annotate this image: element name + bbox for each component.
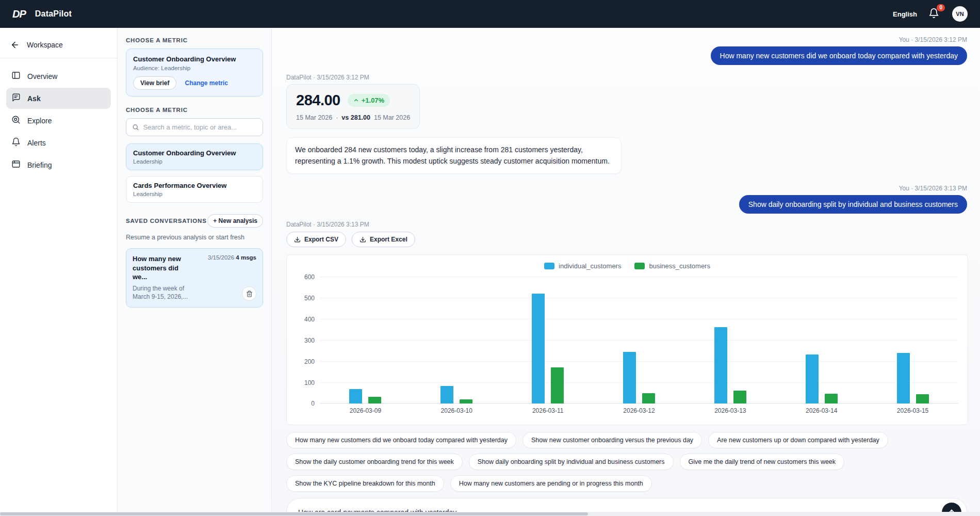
metric-item-subtitle: Leadership xyxy=(133,158,256,165)
gridline xyxy=(320,319,958,319)
conversation-preview: During the week of March 9-15, 2026,... xyxy=(133,284,194,302)
bot-message-meta-1: DataPilot · 3/15/2026 3:12 PM xyxy=(286,74,967,81)
view-brief-button[interactable]: View brief xyxy=(133,76,176,90)
sidebar-item-label: Overview xyxy=(27,72,57,80)
change-metric-link[interactable]: Change metric xyxy=(185,79,227,87)
metric-delta-badge: +1.07% xyxy=(348,94,390,107)
sidebar-item-explore[interactable]: Explore xyxy=(6,110,111,131)
metric-result-card: 284.00 +1.07% 15 Mar 2026 · vs 281.00 15… xyxy=(286,84,420,129)
suggestion-chip[interactable]: Show new customer onboarding versus the … xyxy=(522,432,702,448)
metric-item-subtitle: Leadership xyxy=(133,191,256,197)
legend-item-business_customers[interactable]: business_customers xyxy=(634,262,710,270)
metric-item-title: Customer Onboarding Overview xyxy=(133,149,256,157)
gridline xyxy=(320,382,958,383)
conversation-meta: 3/15/2026 4 msgs xyxy=(208,254,256,282)
sidebar-back-workspace[interactable]: Workspace xyxy=(6,35,111,58)
user-message-2: Show daily onboarding split by individua… xyxy=(739,195,967,214)
chart-legend: individual_customersbusiness_customers xyxy=(296,262,958,270)
suggestion-chip[interactable]: How many new customers are pending or in… xyxy=(450,475,652,492)
bot-message-1: We onboarded 284 new customers today, a … xyxy=(286,137,622,174)
metric-panel: CHOOSE A METRIC Customer Onboarding Over… xyxy=(118,28,272,516)
sidebar: Workspace OverviewAskExploreAlertsBriefi… xyxy=(0,28,118,516)
bar-individual_customers-2026-03-15 xyxy=(897,353,910,404)
user-message-meta-1: You · 3/15/2026 3:12 PM xyxy=(286,36,967,43)
sidebar-item-briefing[interactable]: Briefing xyxy=(6,154,111,175)
bar-business_customers-2026-03-13 xyxy=(733,391,746,404)
x-axis-label: 2026-03-11 xyxy=(532,407,564,414)
top-navbar: DP DataPilot English 0 VN xyxy=(0,0,980,28)
legend-label: individual_customers xyxy=(559,262,621,270)
suggestion-chip[interactable]: Are new customers up or down compared wi… xyxy=(708,432,888,448)
suggestion-chip[interactable]: How many new customers did we onboard to… xyxy=(286,432,516,448)
bar-business_customers-2026-03-09 xyxy=(368,397,381,404)
saved-conversations-hint: Resume a previous analysis or start fres… xyxy=(126,234,263,241)
bar-individual_customers-2026-03-11 xyxy=(532,294,545,404)
bar-business_customers-2026-03-12 xyxy=(642,393,655,404)
trash-icon xyxy=(246,291,253,297)
saved-conversation-card[interactable]: How many new customers did we... 3/15/20… xyxy=(126,248,263,308)
export-excel-button[interactable]: Export Excel xyxy=(352,232,415,247)
avatar[interactable]: VN xyxy=(952,6,968,22)
bar-individual_customers-2026-03-14 xyxy=(806,354,819,404)
sidebar-item-label: Ask xyxy=(27,94,41,103)
search-icon xyxy=(132,123,139,131)
conversation-title: How many new customers did we... xyxy=(133,254,194,282)
metric-search[interactable] xyxy=(126,118,263,136)
bot-message-meta-2: DataPilot · 3/15/2026 3:13 PM xyxy=(286,221,967,228)
back-arrow-icon xyxy=(10,40,20,50)
metric-list-item[interactable]: Customer Onboarding OverviewLeadership xyxy=(126,143,263,170)
sidebar-item-alerts[interactable]: Alerts xyxy=(6,132,111,153)
x-axis-label: 2026-03-10 xyxy=(441,407,472,414)
delete-conversation-button[interactable] xyxy=(242,286,256,301)
saved-conversations-header: SAVED CONVERSATIONS xyxy=(126,218,207,224)
scrollbar-thumb[interactable] xyxy=(0,512,588,515)
bar-chart-card: individual_customersbusiness_customers 0… xyxy=(286,254,968,425)
gridline xyxy=(320,403,958,404)
x-axis-label: 2026-03-15 xyxy=(897,407,928,414)
sidebar-item-label: Briefing xyxy=(27,161,52,169)
suggestion-chip[interactable]: Show the KYC pipeline breakdown for this… xyxy=(286,475,444,492)
metric-comparison: 15 Mar 2026 · vs 281.00 15 Mar 2026 xyxy=(296,114,410,121)
gridline xyxy=(320,277,958,277)
suggestion-chip[interactable]: Give me the daily trend of new customers… xyxy=(680,454,845,470)
bar-individual_customers-2026-03-10 xyxy=(440,386,453,404)
metric-value: 284.00 xyxy=(296,92,340,109)
y-axis-tick: 0 xyxy=(296,400,315,407)
user-message-1: How many new customers did we onboard to… xyxy=(711,46,967,65)
language-selector[interactable]: English xyxy=(893,10,917,18)
gridline xyxy=(320,340,958,341)
sidebar-divider xyxy=(0,58,117,58)
new-analysis-button[interactable]: + New analysis xyxy=(207,214,263,228)
x-axis-label: 2026-03-14 xyxy=(806,407,837,414)
chart-x-axis: 2026-03-092026-03-102026-03-112026-03-12… xyxy=(320,407,958,420)
legend-swatch xyxy=(544,263,554,269)
x-axis-label: 2026-03-09 xyxy=(350,407,381,414)
gridline xyxy=(320,361,958,362)
suggestion-chip[interactable]: Show daily onboarding split by individua… xyxy=(469,454,674,470)
suggestion-chips: How many new customers did we onboard to… xyxy=(286,432,967,492)
brand-logo[interactable]: DP DataPilot xyxy=(12,8,72,20)
notifications-button[interactable]: 0 xyxy=(928,8,941,20)
chevron-up-icon xyxy=(353,98,359,103)
y-axis-tick: 500 xyxy=(296,295,315,302)
gridline xyxy=(320,298,958,298)
suggestion-chip[interactable]: Show the daily customer onboarding trend… xyxy=(286,454,463,470)
legend-swatch xyxy=(634,263,645,269)
horizontal-scrollbar[interactable] xyxy=(0,512,980,516)
brand-name: DataPilot xyxy=(35,9,72,19)
x-axis-label: 2026-03-13 xyxy=(714,407,746,414)
export-csv-button[interactable]: Export CSV xyxy=(286,232,346,247)
selected-metric-card[interactable]: Customer Onboarding Overview Audience: L… xyxy=(126,49,263,96)
sidebar-item-overview[interactable]: Overview xyxy=(6,66,111,87)
bar-individual_customers-2026-03-13 xyxy=(714,327,727,404)
y-axis-tick: 100 xyxy=(296,379,315,386)
metric-search-input[interactable] xyxy=(143,123,257,131)
choose-metric-header-1: CHOOSE A METRIC xyxy=(126,37,263,43)
selected-metric-audience: Audience: Leadership xyxy=(133,65,256,71)
bar-individual_customers-2026-03-12 xyxy=(623,352,636,404)
sidebar-item-ask[interactable]: Ask xyxy=(6,88,111,109)
y-axis-tick: 300 xyxy=(296,337,315,344)
legend-item-individual_customers[interactable]: individual_customers xyxy=(544,262,621,270)
notification-badge: 0 xyxy=(937,4,945,11)
metric-list-item[interactable]: Cards Performance OverviewLeadership xyxy=(126,176,263,203)
